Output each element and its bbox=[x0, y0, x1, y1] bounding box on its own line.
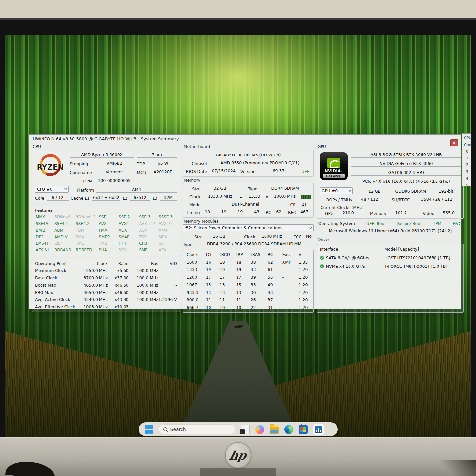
cpu-selector-dropdown[interactable]: CPU #0 v bbox=[35, 186, 69, 193]
cpu-feature-smep: SMEP bbox=[99, 235, 117, 239]
cpu-features-box: Features MMX3DNow!3DNow!-2SSESSE-2SSE-3S… bbox=[32, 206, 180, 256]
hwinfo-taskbar-button[interactable] bbox=[313, 424, 324, 435]
table-cell: 31 bbox=[267, 305, 282, 310]
core-count: 6 / 12 bbox=[47, 195, 69, 201]
cpu-feature-amx: AMX bbox=[159, 228, 176, 233]
codename-value: Vermeer bbox=[95, 169, 134, 175]
module-clock-value: 1600 MHz bbox=[258, 234, 286, 239]
gpu-selector-dropdown[interactable]: GPU #0 v bbox=[320, 187, 353, 194]
cable bbox=[5, 460, 56, 476]
desk-shadow bbox=[436, 460, 476, 476]
table-cell: - bbox=[158, 304, 177, 309]
table-cell: 550.0 MHz bbox=[78, 268, 108, 273]
cpu-feature-aes-ni: AES-NI bbox=[36, 248, 53, 252]
motherboard-section-label: Motherboard bbox=[184, 144, 313, 149]
table-cell: - bbox=[282, 290, 298, 295]
table-cell: Avg. Effective Clock bbox=[35, 304, 78, 309]
table-cell: 933.3 bbox=[186, 290, 205, 295]
table-cell: - bbox=[282, 282, 298, 287]
table-cell: 49 bbox=[267, 282, 282, 287]
gpu-chip: GA106-302 (LHR) bbox=[351, 170, 461, 176]
cpu-feature-fma: FMA bbox=[99, 228, 117, 233]
table-cell: 4340.0 MHz bbox=[78, 297, 108, 302]
current-clocks-label: Current Clocks (MHz) bbox=[321, 205, 460, 210]
gpu-pcie: PCIe v4.0 x16 (16.0 GT/s) @ x16 (2.5 GT/… bbox=[351, 179, 461, 184]
tdp-value: 65 W bbox=[149, 161, 177, 166]
cpu-section-label: CPU bbox=[33, 144, 179, 149]
table-cell: 100.0 MHz bbox=[128, 290, 158, 295]
memory-clock-value: 1333.0 MHz bbox=[203, 194, 237, 199]
table-cell: 15 bbox=[205, 282, 219, 287]
task-view-button[interactable] bbox=[241, 425, 250, 434]
cpu-feature-sse-3: SSE-3 bbox=[139, 215, 157, 219]
codename-label: Codename bbox=[70, 170, 92, 175]
amd-ryzen-logo: RYZEN bbox=[35, 152, 66, 182]
gpu-clock-label: GPU bbox=[325, 211, 334, 216]
search-input[interactable]: Search bbox=[159, 424, 235, 434]
ecc-value: No bbox=[304, 234, 314, 239]
memory-modules-section-label: Memory Modules bbox=[184, 219, 313, 224]
close-button[interactable]: x bbox=[450, 139, 458, 146]
trc-value: 62 bbox=[274, 210, 284, 215]
table-cell: V bbox=[298, 252, 311, 257]
cpu-info-box: RYZEN AMD Ryzen 5 5600X 7 nm Stepping VM… bbox=[32, 150, 180, 203]
table-cell: - bbox=[282, 275, 298, 280]
cpu-feature-bmi2: BMI2 bbox=[36, 228, 53, 233]
table-cell: - bbox=[158, 283, 177, 288]
window-titlebar[interactable]: HWiNFO® 64 v8.30-5800 @ GIGABYTE HO-WJU3… bbox=[29, 135, 461, 143]
os-row: Operating System UEFI Boot Secure Boot T… bbox=[317, 221, 464, 226]
memory-module-dropdown[interactable]: #2: Silicon Power Computer & Communicati… bbox=[183, 224, 314, 231]
table-cell: 10 bbox=[236, 305, 250, 310]
table-cell: Ratio bbox=[108, 261, 128, 266]
memory-size-value: 32 GB bbox=[203, 186, 237, 191]
module-type-label: Type bbox=[183, 242, 192, 247]
cpu-feature-smap: SMAP bbox=[119, 235, 138, 239]
motherboard-model: GIGABYTE 0FIDPFM5 (HO-WJU3) bbox=[186, 153, 311, 158]
module-type-value: DDR4-3200 / PC4-25600 DDR4 SDRAM UDIMM bbox=[195, 241, 314, 247]
table-cell: x46.50 bbox=[108, 290, 128, 295]
interface-header: Interface bbox=[320, 247, 384, 252]
partial-window-title: CPU bbox=[464, 135, 471, 142]
table-cell: 1.20 bbox=[298, 282, 311, 287]
table-cell: Base Clock bbox=[35, 275, 78, 280]
edge-browser-button[interactable] bbox=[284, 425, 293, 434]
cpu-features-grid: MMX3DNow!3DNow!-2SSESSE-2SSE-3SSSE-3SSE4… bbox=[35, 214, 177, 253]
table-cell: 1333 bbox=[186, 267, 205, 272]
timing-label: Timing bbox=[186, 210, 200, 215]
platform-value: AM4 bbox=[96, 187, 177, 193]
table-cell: 100.0 MHz bbox=[128, 283, 158, 288]
partial-sensor-window[interactable]: CPU Core 0 1 2 3 4 5 bbox=[462, 133, 471, 186]
table-cell: 1067 bbox=[186, 282, 205, 287]
table-cell: VID bbox=[158, 261, 177, 266]
uefi-boot-flag: UEFI Boot bbox=[366, 221, 386, 226]
table-cell: 17 bbox=[205, 275, 219, 280]
check-icon: ✓ bbox=[320, 256, 324, 260]
cpu-feature-tm2: TM2 bbox=[99, 241, 117, 246]
cpu-feature-adx: ADX bbox=[119, 228, 138, 233]
video-clock-value: 555.0 bbox=[436, 210, 461, 216]
l2-label: L2 bbox=[123, 196, 127, 201]
motherboard-info-box: GIGABYTE 0FIDPFM5 (HO-WJU3) Chipset AMD … bbox=[183, 150, 314, 177]
drive-row-model: HGST HTS721010A9E630 [1 TB] bbox=[384, 255, 461, 260]
cpu-feature-dep: DEP bbox=[36, 235, 53, 239]
cpu-feature-xop: XOP bbox=[139, 228, 157, 233]
table-cell: XMP bbox=[282, 260, 298, 265]
cpu-feature-rdrand: RDRAND bbox=[54, 248, 74, 252]
start-button[interactable] bbox=[145, 425, 153, 434]
file-explorer-button[interactable] bbox=[270, 425, 279, 434]
table-cell: Clock bbox=[186, 252, 205, 257]
table-cell: 37 bbox=[267, 297, 282, 302]
equals-sign: = bbox=[239, 194, 243, 199]
cpu-feature-htt: HTT bbox=[119, 241, 138, 246]
core-row: 3 bbox=[464, 169, 471, 176]
copilot-button[interactable] bbox=[255, 425, 264, 434]
monitor: HWiNFO® 64 v8.30-5800 @ GIGABYTE HO-WJU3… bbox=[0, 18, 476, 476]
search-icon bbox=[163, 427, 167, 431]
table-cell: 666.7 bbox=[186, 305, 205, 310]
monitor-stand bbox=[200, 468, 276, 476]
microsoft-store-button[interactable] bbox=[299, 425, 308, 434]
table-cell: 11 bbox=[219, 297, 236, 302]
gpu-vram-type: GDDR6 SDRAM bbox=[392, 189, 429, 194]
rops-tmus-label: ROPs / TMUs bbox=[326, 197, 352, 202]
opn-value: 100-000000065 bbox=[95, 178, 134, 183]
